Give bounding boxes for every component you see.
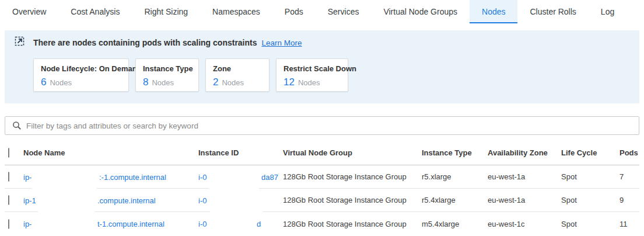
nodes-table: Node Name Instance ID Virtual Node Group… — [5, 140, 639, 235]
banner-message: There are nodes containing pods with sca… — [33, 38, 302, 47]
node-name-cell: ip- :-1.compute.internal — [23, 165, 198, 188]
card-node-count: 2 — [213, 77, 218, 88]
pods-count-cell: 9 — [620, 196, 639, 204]
tab-services[interactable]: Services — [316, 0, 372, 23]
card-unit-label: Nodes — [298, 78, 320, 87]
scaling-constraints-banner: There are nodes containing pods with sca… — [5, 30, 639, 103]
card-title: Node Lifecycle: On Demand — [41, 64, 121, 73]
table-header-row: Node Name Instance ID Virtual Node Group… — [5, 140, 639, 165]
card-unit-label: Nodes — [50, 78, 72, 87]
card-node-count: 8 — [143, 77, 148, 88]
instance-type-cell: r5.xlarge — [422, 172, 488, 181]
filter-search-bar — [5, 116, 639, 135]
instance-id-link[interactable]: i-0 — [198, 220, 206, 228]
row-checkbox[interactable] — [8, 195, 9, 205]
redaction-box — [262, 214, 278, 236]
banner-message-text: There are nodes containing pods with sca… — [33, 38, 257, 47]
instance-id-link[interactable]: i-0 — [198, 172, 206, 181]
life-cycle-cell: Spot — [561, 172, 620, 181]
virtual-node-group-cell: 128Gb Root Storage Instance Group — [283, 172, 422, 181]
card-node-lifecycle-on-demand[interactable]: Node Lifecycle: On Demand 6 Nodes — [33, 58, 129, 92]
column-header-availability-zone: Availability Zone — [488, 148, 561, 157]
tab-virtual-node-groups[interactable]: Virtual Node Groups — [371, 0, 470, 23]
node-name-link[interactable]: ip-1 — [23, 196, 36, 204]
row-checkbox[interactable] — [8, 172, 9, 182]
tab-cost-analysis[interactable]: Cost Analysis — [58, 0, 132, 23]
card-node-count: 12 — [284, 77, 295, 88]
node-name-cell: ip-1 .compute.internal — [23, 189, 198, 211]
instance-id-link[interactable]: i-0 — [198, 196, 206, 204]
column-header-instance-type: Instance Type — [422, 148, 488, 157]
tab-nodes[interactable]: Nodes — [470, 0, 517, 23]
redaction-box — [209, 168, 259, 190]
column-header-life-cycle: Life Cycle — [561, 148, 620, 157]
tab-right-sizing[interactable]: Right Sizing — [132, 0, 200, 23]
card-title: Zone — [213, 64, 262, 73]
node-name-link[interactable]: ip- — [23, 220, 32, 228]
virtual-node-group-cell: 128Gb Root Storage Instance Group — [283, 220, 422, 228]
scaling-constraint-icon — [15, 36, 25, 47]
card-unit-label: Nodes — [222, 78, 244, 87]
node-name-link[interactable]: ip- — [23, 172, 32, 181]
virtual-node-group-cell: 128Gb Root Storage Instance Group — [283, 196, 422, 204]
tab-cluster-rolls[interactable]: Cluster Rolls — [517, 0, 588, 23]
card-restrict-scale-down[interactable]: Restrict Scale Down 12 Nodes — [276, 58, 348, 92]
table-row: ip- :-1.compute.internal i-0 da87 128Gb … — [5, 165, 639, 189]
node-name-link[interactable]: t-1.compute.internal — [97, 220, 164, 228]
card-instance-type[interactable]: Instance Type 8 Nodes — [135, 58, 199, 92]
availability-zone-cell: eu-west-1a — [488, 172, 561, 181]
pods-count-cell: 7 — [620, 172, 639, 181]
instance-id-link[interactable]: d — [257, 220, 261, 228]
node-name-link[interactable]: :-1.compute.internal — [99, 172, 166, 181]
life-cycle-cell: Spot — [561, 220, 620, 228]
redaction-box — [209, 214, 254, 236]
pods-count-cell: 11 — [620, 220, 639, 228]
node-name-link[interactable]: .compute.internal — [97, 196, 156, 204]
instance-id-cell: i-0 d — [198, 212, 283, 235]
row-checkbox[interactable] — [8, 219, 9, 229]
select-all-checkbox[interactable] — [8, 148, 9, 158]
card-node-count: 6 — [41, 77, 46, 88]
node-name-cell: ip- t-1.compute.internal — [23, 212, 198, 235]
search-icon — [12, 121, 22, 130]
constraint-summary-cards: Node Lifecycle: On Demand 6 Nodes Instan… — [33, 58, 355, 92]
life-cycle-cell: Spot — [561, 196, 620, 204]
redaction-box — [38, 191, 95, 213]
card-title: Restrict Scale Down — [284, 64, 341, 73]
availability-zone-cell: eu-west-1c — [488, 220, 561, 228]
instance-id-cell: i-0 da87 — [198, 165, 283, 188]
column-header-instance-id: Instance ID — [198, 148, 283, 157]
cluster-tab-bar: Overview Cost Analysis Right Sizing Name… — [0, 0, 644, 23]
redaction-box — [32, 214, 95, 236]
column-header-pods: Pods — [620, 148, 639, 157]
card-unit-label: Nodes — [152, 78, 174, 87]
learn-more-link[interactable]: Learn More — [262, 39, 302, 47]
tab-log[interactable]: Log — [589, 0, 626, 23]
instance-type-cell: m5.4xlarge — [422, 220, 488, 228]
instance-id-cell: i-0 — [198, 189, 283, 211]
card-title: Instance Type — [143, 64, 191, 73]
card-zone[interactable]: Zone 2 Nodes — [205, 58, 270, 92]
tab-pods[interactable]: Pods — [272, 0, 316, 23]
column-header-node-name: Node Name — [23, 148, 198, 157]
redaction-box — [210, 191, 263, 213]
column-header-virtual-node-group: Virtual Node Group — [283, 148, 422, 157]
tab-namespaces[interactable]: Namespaces — [200, 0, 272, 23]
table-row: ip-1 .compute.internal i-0 128Gb Root St… — [5, 189, 639, 212]
search-input[interactable] — [26, 122, 639, 130]
instance-type-cell: r5.4xlarge — [422, 196, 488, 204]
tab-overview[interactable]: Overview — [0, 0, 58, 23]
redaction-box — [32, 168, 97, 190]
instance-id-link[interactable]: da87 — [261, 172, 278, 181]
table-row: ip- t-1.compute.internal i-0 d 128Gb Roo… — [5, 212, 639, 235]
availability-zone-cell: eu-west-1a — [488, 196, 561, 204]
